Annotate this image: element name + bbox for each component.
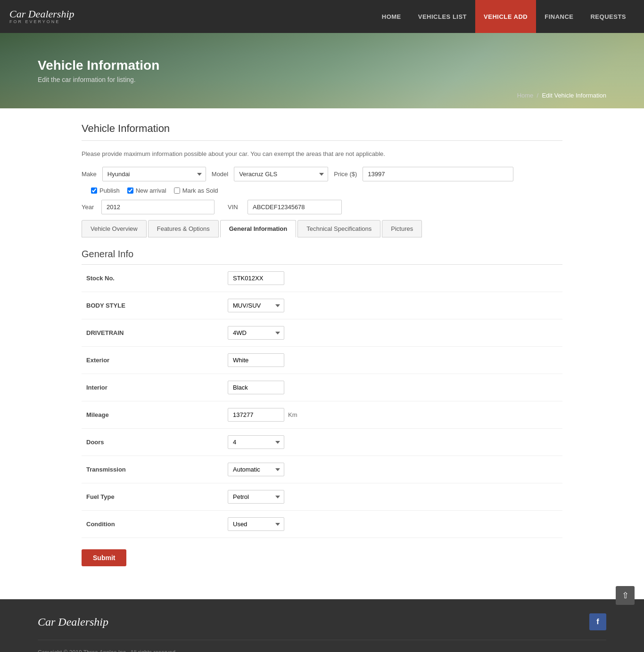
nav-finance[interactable]: FINANCE [536, 0, 582, 33]
mileage-input[interactable] [228, 408, 284, 422]
general-info-title: General Info [82, 249, 562, 265]
table-row: Mileage Km [82, 401, 562, 429]
mark-as-sold-label: Mark as Sold [182, 187, 218, 194]
logo-text: Car Dealership [9, 9, 74, 19]
tab-general-information[interactable]: General Information [220, 220, 297, 237]
facebook-icon[interactable]: f [589, 613, 606, 630]
nav-vehicles-list[interactable]: VEHICLES LIST [410, 0, 475, 33]
price-input[interactable] [363, 167, 513, 181]
table-row: BODY STYLE MUV/SUV [82, 292, 562, 319]
vin-input[interactable] [248, 200, 342, 214]
condition-select[interactable]: Used [228, 517, 284, 531]
form-row-year-vin: Year VIN [82, 200, 562, 214]
nav-links: HOME VEHICLES LIST VEHICLE ADD FINANCE R… [373, 0, 635, 33]
km-label: Km [288, 411, 297, 418]
table-row: Exterior [82, 347, 562, 374]
page-title: Vehicle Information [82, 122, 562, 141]
hero-content: Vehicle Information Edit the car informa… [38, 58, 517, 83]
year-label: Year [82, 204, 96, 211]
doors-select[interactable]: 4 [228, 435, 284, 449]
copyright-text: Copyright © 2019 Three Apples Inc.. All … [38, 649, 177, 652]
stock-input[interactable] [228, 271, 284, 285]
main-container: Vehicle Information Please provide maxim… [72, 122, 572, 585]
mark-as-sold-checkbox[interactable] [174, 187, 180, 194]
general-info-table: Stock No. BODY STYLE MUV/SUV DRIVETRAIN … [82, 265, 562, 538]
publish-checkbox-label[interactable]: Publish [91, 187, 120, 194]
nav-logo: Car Dealership FOR EVERYONE [9, 9, 74, 24]
back-to-top-button[interactable]: ⇧ [616, 586, 635, 605]
table-row: Doors 4 [82, 429, 562, 456]
vin-label: VIN [228, 204, 242, 211]
hero-section: Vehicle Information Edit the car informa… [0, 33, 644, 108]
field-label-drivetrain: DRIVETRAIN [82, 319, 223, 347]
footer-copyright: Copyright © 2019 Three Apples Inc.. All … [38, 648, 177, 652]
submit-button[interactable]: Submit [82, 549, 126, 566]
breadcrumb-current: Edit Vehicle Information [542, 92, 606, 99]
field-label-condition: Condition [82, 511, 223, 538]
fuel-type-select[interactable]: Petrol [228, 490, 284, 504]
field-label-fuel-type: Fuel Type [82, 483, 223, 511]
footer-bottom: Copyright © 2019 Three Apples Inc.. All … [38, 640, 606, 652]
field-label-body-style: BODY STYLE [82, 292, 223, 319]
table-row: Stock No. [82, 265, 562, 292]
nav-requests[interactable]: REQUESTS [582, 0, 635, 33]
form-row-make-model: Make Hyundai Model Veracruz GLS Price ($… [82, 167, 562, 194]
breadcrumb-home[interactable]: Home [517, 92, 534, 99]
publish-label: Publish [99, 187, 120, 194]
table-row: DRIVETRAIN 4WD [82, 319, 562, 347]
model-select[interactable]: Veracruz GLS [234, 167, 328, 181]
mark-as-sold-checkbox-label[interactable]: Mark as Sold [174, 187, 218, 194]
logo-sub: FOR EVERYONE [9, 19, 74, 24]
tab-vehicle-overview[interactable]: Vehicle Overview [82, 220, 147, 237]
body-style-select[interactable]: MUV/SUV [228, 299, 284, 312]
field-label-exterior: Exterior [82, 347, 223, 374]
table-row: Condition Used [82, 511, 562, 538]
publish-checkbox[interactable] [91, 187, 97, 194]
model-label: Model [212, 171, 228, 178]
make-select[interactable]: Hyundai [102, 167, 206, 181]
table-row: Transmission Automatic [82, 456, 562, 483]
drivetrain-select[interactable]: 4WD [228, 326, 284, 340]
field-label-stock: Stock No. [82, 265, 223, 292]
transmission-select[interactable]: Automatic [228, 463, 284, 476]
tab-technical-specifications[interactable]: Technical Specifications [297, 220, 380, 237]
hero-title: Vehicle Information [38, 58, 517, 73]
mileage-row: Km [228, 408, 558, 422]
checkbox-row: Publish New arrival Mark as Sold [91, 187, 218, 194]
new-arrival-checkbox[interactable] [127, 187, 133, 194]
table-row: Interior [82, 374, 562, 401]
make-label: Make [82, 171, 97, 178]
field-label-doors: Doors [82, 429, 223, 456]
new-arrival-label: New arrival [136, 187, 166, 194]
year-input[interactable] [101, 200, 215, 214]
field-label-mileage: Mileage [82, 401, 223, 429]
tab-features-options[interactable]: Features & Options [148, 220, 219, 237]
exterior-input[interactable] [228, 353, 284, 367]
hero-subtitle: Edit the car information for listing. [38, 76, 517, 83]
tab-pictures[interactable]: Pictures [382, 220, 422, 237]
new-arrival-checkbox-label[interactable]: New arrival [127, 187, 166, 194]
footer-top: Car Dealership f [38, 613, 606, 640]
info-text: Please provide maximum information possi… [82, 150, 562, 157]
breadcrumb: Home / Edit Vehicle Information [517, 92, 606, 108]
field-label-interior: Interior [82, 374, 223, 401]
navbar: Car Dealership FOR EVERYONE HOME VEHICLE… [0, 0, 644, 33]
table-row: Fuel Type Petrol [82, 483, 562, 511]
tabs: Vehicle Overview Features & Options Gene… [82, 220, 562, 237]
footer-logo: Car Dealership [38, 616, 108, 628]
nav-home[interactable]: HOME [373, 0, 410, 33]
field-label-transmission: Transmission [82, 456, 223, 483]
price-label: Price ($) [334, 171, 357, 178]
nav-vehicle-add[interactable]: VEHICLE ADD [475, 0, 536, 33]
interior-input[interactable] [228, 381, 284, 394]
footer: Car Dealership f Copyright © 2019 Three … [0, 599, 644, 652]
